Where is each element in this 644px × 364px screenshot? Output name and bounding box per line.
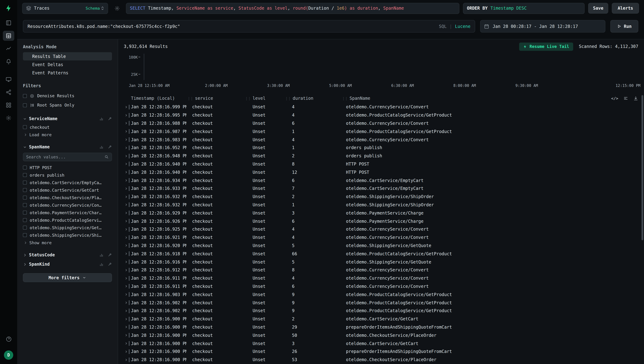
- mode-results-table[interactable]: Results Table: [23, 52, 112, 60]
- checkbox[interactable]: [23, 196, 27, 200]
- monitor-icon[interactable]: [3, 74, 14, 84]
- spanname-search-box[interactable]: [23, 153, 112, 161]
- download-icon[interactable]: [633, 96, 638, 101]
- drag-grip-icon[interactable]: ⋮⋮: [342, 96, 347, 100]
- row-expander[interactable]: [123, 187, 129, 190]
- search-box[interactable]: SQL | Lucene: [23, 20, 475, 32]
- table-row[interactable]: Jan 28 12:28:16.900 PMcheckoutUnset3otel…: [123, 339, 644, 348]
- schema-toggle[interactable]: Schema: [86, 6, 104, 10]
- checkbox[interactable]: [23, 210, 27, 214]
- bar-chart-icon[interactable]: [99, 116, 104, 121]
- sql-select-input[interactable]: SELECT Timestamp, ServiceName as service…: [126, 3, 459, 14]
- denoise-toggle[interactable]: Denoise Results: [23, 91, 112, 100]
- checkbox[interactable]: [23, 166, 27, 170]
- drag-grip-icon[interactable]: ⋮⋮: [245, 96, 250, 100]
- table-row[interactable]: Jan 28 12:28:16.932 PMcheckoutUnset2otel…: [123, 193, 644, 201]
- filter-value-row[interactable]: HTTP POST: [23, 164, 112, 171]
- row-expander[interactable]: [123, 130, 129, 133]
- row-expander[interactable]: [123, 260, 129, 264]
- checkbox[interactable]: [23, 188, 27, 192]
- filter-value-row[interactable]: oteldemo.CheckoutService/Pla…: [23, 194, 112, 201]
- alerts-button[interactable]: Alerts: [612, 3, 639, 14]
- row-expander[interactable]: [123, 114, 129, 117]
- show-more-link[interactable]: Show more: [23, 239, 112, 247]
- row-expander[interactable]: [123, 236, 129, 239]
- table-row[interactable]: Jan 28 12:28:16.920 PMcheckoutUnset5otel…: [123, 242, 644, 250]
- filter-value-row[interactable]: oteldemo.ShippingService/Get…: [23, 224, 112, 231]
- table-row[interactable]: Jan 28 12:28:16.940 PMcheckoutUnset12HTT…: [123, 168, 644, 176]
- table-icon[interactable]: [3, 31, 14, 41]
- section-servicename[interactable]: ServiceName: [23, 114, 112, 123]
- mode-event-patterns[interactable]: Event Patterns: [23, 69, 112, 77]
- filter-value-row[interactable]: oteldemo.CartService/EmptyCa…: [23, 179, 112, 186]
- table-row[interactable]: Jan 28 12:28:16.902 PMcheckoutUnset9otel…: [123, 298, 644, 307]
- checkbox[interactable]: [23, 125, 27, 129]
- filter-value-row[interactable]: oteldemo.ProductCatalogServi…: [23, 216, 112, 224]
- resume-live-tail-button[interactable]: Resume Live Tail: [519, 42, 573, 50]
- checkbox[interactable]: [23, 103, 27, 107]
- gear-icon[interactable]: [3, 113, 14, 123]
- filter-value-row[interactable]: checkout: [23, 123, 112, 131]
- source-selector[interactable]: Traces Schema: [22, 3, 108, 14]
- table-row[interactable]: Jan 28 12:28:16.911 PMcheckoutUnset6otel…: [123, 282, 644, 290]
- mode-lucene[interactable]: Lucene: [455, 24, 470, 29]
- row-expander[interactable]: [123, 276, 129, 280]
- bar-chart-icon[interactable]: [99, 262, 104, 266]
- row-expander[interactable]: [123, 106, 129, 109]
- checkbox[interactable]: [23, 203, 27, 207]
- row-expander[interactable]: [123, 268, 129, 272]
- row-expander[interactable]: [123, 244, 129, 247]
- column-header-duration[interactable]: ⋮⋮duration: [284, 96, 341, 101]
- services-map-icon[interactable]: [3, 87, 14, 97]
- row-expander[interactable]: [123, 326, 129, 329]
- row-expander[interactable]: [123, 285, 129, 288]
- filter-value-row[interactable]: orders publish: [23, 171, 112, 179]
- bar-chart-icon[interactable]: [99, 252, 104, 257]
- section-spanname[interactable]: SpanName: [23, 142, 112, 152]
- row-expander[interactable]: [123, 122, 129, 125]
- table-row[interactable]: Jan 28 12:28:16.925 PMcheckoutUnset4otel…: [123, 225, 644, 234]
- table-row[interactable]: Jan 28 12:28:16.921 PMcheckoutUnset4otel…: [123, 234, 644, 242]
- column-header-spanname[interactable]: ⋮⋮SpanName: [341, 96, 611, 101]
- row-expander[interactable]: [123, 228, 129, 231]
- row-expander[interactable]: [123, 309, 129, 312]
- table-row[interactable]: Jan 28 12:28:16.926 PMcheckoutUnset6otel…: [123, 217, 644, 225]
- row-expander[interactable]: [123, 342, 129, 345]
- table-row[interactable]: Jan 28 12:28:16.948 PMcheckoutUnset2orde…: [123, 152, 644, 160]
- row-expander[interactable]: [123, 154, 129, 158]
- panels-icon[interactable]: [3, 18, 14, 28]
- row-expander[interactable]: [123, 293, 129, 296]
- table-row[interactable]: Jan 28 12:28:16.903 PMcheckoutUnset9otel…: [123, 290, 644, 299]
- row-expander[interactable]: [123, 179, 129, 182]
- table-row[interactable]: Jan 28 12:28:16.987 PMcheckoutUnset1otel…: [123, 128, 644, 136]
- row-expander[interactable]: [123, 212, 129, 215]
- filter-value-row[interactable]: oteldemo.ShippingService/Shi…: [23, 231, 112, 239]
- table-row[interactable]: Jan 28 12:28:16.912 PMcheckoutUnset8otel…: [123, 266, 644, 274]
- root-spans-toggle[interactable]: Root Spans Only: [23, 100, 112, 110]
- section-spankind[interactable]: SpanKind: [23, 260, 112, 269]
- save-button[interactable]: Save: [588, 3, 608, 14]
- table-row[interactable]: Jan 28 12:28:16.995 PMcheckoutUnset4otel…: [123, 111, 644, 120]
- table-row[interactable]: Jan 28 12:28:16.952 PMcheckoutUnset1orde…: [123, 144, 644, 152]
- query-settings-gear-icon[interactable]: [112, 3, 122, 14]
- row-expander[interactable]: [123, 358, 129, 361]
- checkbox[interactable]: [23, 218, 27, 222]
- checkbox[interactable]: [23, 180, 27, 184]
- table-row[interactable]: Jan 28 12:28:16.929 PMcheckoutUnset3otel…: [123, 209, 644, 217]
- table-row[interactable]: Jan 28 12:28:16.900 PMcheckoutUnset2otel…: [123, 315, 644, 323]
- row-expander[interactable]: [123, 203, 129, 206]
- logo-bolt-icon[interactable]: [3, 3, 14, 14]
- table-row[interactable]: Jan 28 12:28:16.900 PMcheckoutUnset53ote…: [123, 356, 644, 364]
- table-row[interactable]: Jan 28 12:28:16.934 PMcheckoutUnset6otel…: [123, 176, 644, 184]
- filter-value-row[interactable]: oteldemo.CartService/GetCart: [23, 186, 112, 194]
- run-button[interactable]: Run: [610, 20, 638, 32]
- pin-icon[interactable]: [107, 145, 112, 149]
- table-row[interactable]: Jan 28 12:28:16.999 PMcheckoutUnset4otel…: [123, 103, 644, 111]
- table-row[interactable]: Jan 28 12:28:16.911 PMcheckoutUnset4otel…: [123, 274, 644, 282]
- grid-icon[interactable]: [3, 100, 14, 110]
- filter-value-row[interactable]: oteldemo.PaymentService/Char…: [23, 209, 112, 216]
- pin-icon[interactable]: [107, 116, 112, 121]
- row-expander[interactable]: [123, 350, 129, 353]
- bell-icon[interactable]: [3, 56, 14, 66]
- pin-icon[interactable]: [107, 252, 112, 257]
